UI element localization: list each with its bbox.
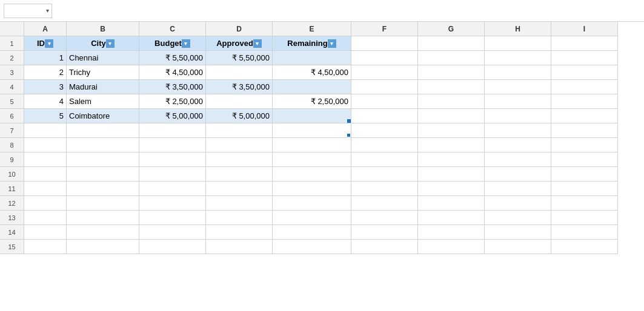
row-num-8[interactable]: 8 [0, 138, 24, 152]
cell-r11-c2[interactable] [67, 182, 139, 196]
cell-r6-c7[interactable] [418, 109, 485, 123]
cell-r7-c3[interactable] [139, 123, 206, 138]
cell-r4-c6[interactable] [351, 80, 418, 94]
col-header-f[interactable]: F [351, 22, 418, 36]
header-i[interactable] [551, 36, 618, 51]
cell-r15-c6[interactable] [351, 240, 418, 254]
cell-r3-c6[interactable] [351, 65, 418, 80]
header-budget-filter-btn[interactable]: ▾ [182, 39, 190, 48]
cell-r8-c4[interactable] [206, 138, 273, 152]
cell-r7-c9[interactable] [551, 123, 618, 138]
cell-r8-c8[interactable] [485, 138, 551, 152]
cell-reference-box[interactable]: ▾ [4, 4, 52, 18]
cell-r13-c7[interactable] [418, 211, 485, 225]
cell-r5-c3[interactable]: ₹ 2,50,000 [139, 94, 206, 109]
cell-r7-c8[interactable] [485, 123, 551, 138]
row-num-14[interactable]: 14 [0, 225, 24, 240]
cell-r13-c8[interactable] [485, 211, 551, 225]
cell-r4-c5[interactable] [273, 80, 351, 94]
cell-r11-c8[interactable] [485, 182, 551, 196]
cell-r11-c1[interactable] [24, 182, 67, 196]
cell-r14-c3[interactable] [139, 225, 206, 240]
cell-r11-c5[interactable] [273, 182, 351, 196]
cell-r6-c1[interactable]: 5 [24, 109, 67, 123]
cell-r6-c6[interactable] [351, 109, 418, 123]
row-num-9[interactable]: 9 [0, 152, 24, 167]
col-header-d[interactable]: D [206, 22, 273, 36]
row-num-6[interactable]: 6 [0, 109, 24, 123]
cell-r11-c6[interactable] [351, 182, 418, 196]
header-approved[interactable]: Approved▾ [206, 36, 273, 51]
header-city[interactable]: City▾ [67, 36, 139, 51]
header-budget[interactable]: Budget▾ [139, 36, 206, 51]
cell-r11-c4[interactable] [206, 182, 273, 196]
cell-r3-c5[interactable]: ₹ 4,50,000 [273, 65, 351, 80]
cell-r6-c3[interactable]: ₹ 5,00,000 [139, 109, 206, 123]
cell-r12-c5[interactable] [273, 196, 351, 211]
cell-r12-c9[interactable] [551, 196, 618, 211]
row-num-13[interactable]: 13 [0, 211, 24, 225]
cell-r15-c1[interactable] [24, 240, 67, 254]
row-num-3[interactable]: 3 [0, 65, 24, 80]
cell-r3-c8[interactable] [485, 65, 551, 80]
cell-r9-c2[interactable] [67, 152, 139, 167]
cell-r2-c3[interactable]: ₹ 5,50,000 [139, 51, 206, 65]
cell-r10-c2[interactable] [67, 167, 139, 182]
cell-r10-c5[interactable] [273, 167, 351, 182]
cell-r14-c5[interactable] [273, 225, 351, 240]
header-f[interactable] [351, 36, 418, 51]
cell-r9-c5[interactable] [273, 152, 351, 167]
cell-r9-c6[interactable] [351, 152, 418, 167]
cell-r3-c7[interactable] [418, 65, 485, 80]
cell-r7-c6[interactable] [351, 123, 418, 138]
cell-r13-c4[interactable] [206, 211, 273, 225]
col-header-g[interactable]: G [418, 22, 485, 36]
cell-r4-c4[interactable]: ₹ 3,50,000 [206, 80, 273, 94]
cell-r12-c3[interactable] [139, 196, 206, 211]
cell-r7-c2[interactable] [67, 123, 139, 138]
header-city-filter-btn[interactable]: ▾ [106, 39, 115, 48]
cell-r4-c1[interactable]: 3 [24, 80, 67, 94]
header-remaining[interactable]: Remaining▾ [273, 36, 351, 51]
cell-r10-c8[interactable] [485, 167, 551, 182]
cell-r8-c7[interactable] [418, 138, 485, 152]
cell-r12-c1[interactable] [24, 196, 67, 211]
cell-r9-c9[interactable] [551, 152, 618, 167]
cell-r8-c5[interactable] [273, 138, 351, 152]
cell-r14-c2[interactable] [67, 225, 139, 240]
row-num-4[interactable]: 4 [0, 80, 24, 94]
cell-r15-c5[interactable] [273, 240, 351, 254]
col-header-c[interactable]: C [139, 22, 206, 36]
cell-r14-c1[interactable] [24, 225, 67, 240]
cell-r13-c3[interactable] [139, 211, 206, 225]
cell-r6-c8[interactable] [485, 109, 551, 123]
cell-r9-c4[interactable] [206, 152, 273, 167]
cell-r2-c6[interactable] [351, 51, 418, 65]
cell-r15-c9[interactable] [551, 240, 618, 254]
row-num-5[interactable]: 5 [0, 94, 24, 109]
cell-r6-c9[interactable] [551, 109, 618, 123]
cell-r5-c7[interactable] [418, 94, 485, 109]
header-g[interactable] [418, 36, 485, 51]
cell-r2-c5[interactable] [273, 51, 351, 65]
cell-r13-c9[interactable] [551, 211, 618, 225]
header-h[interactable] [485, 36, 551, 51]
cell-r5-c9[interactable] [551, 94, 618, 109]
cell-r9-c7[interactable] [418, 152, 485, 167]
cell-r12-c6[interactable] [351, 196, 418, 211]
row-num-7[interactable]: 7 [0, 123, 24, 138]
cell-r5-c2[interactable]: Salem [67, 94, 139, 109]
cell-r14-c6[interactable] [351, 225, 418, 240]
cell-r7-c7[interactable] [418, 123, 485, 138]
row-num-12[interactable]: 12 [0, 196, 24, 211]
cell-r12-c7[interactable] [418, 196, 485, 211]
cell-r10-c9[interactable] [551, 167, 618, 182]
row-num-11[interactable]: 11 [0, 182, 24, 196]
cell-r8-c2[interactable] [67, 138, 139, 152]
cell-r11-c9[interactable] [551, 182, 618, 196]
cell-r2-c9[interactable] [551, 51, 618, 65]
row-num-10[interactable]: 10 [0, 167, 24, 182]
header-remaining-filter-btn[interactable]: ▾ [328, 39, 336, 48]
cell-r12-c8[interactable] [485, 196, 551, 211]
cell-r3-c1[interactable]: 2 [24, 65, 67, 80]
